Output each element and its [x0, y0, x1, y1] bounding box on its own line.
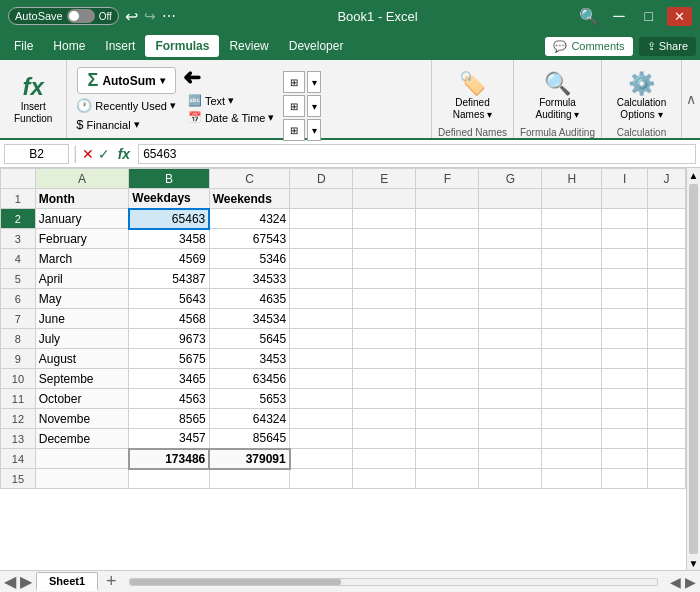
cell-4-5[interactable] — [416, 249, 479, 269]
scroll-thumb[interactable] — [689, 184, 698, 554]
recently-used-button[interactable]: 🕐 Recently Used ▾ — [73, 97, 179, 114]
cell-11-1[interactable]: 4563 — [129, 389, 209, 409]
cell-9-5[interactable] — [416, 349, 479, 369]
cell-14-9[interactable] — [647, 449, 685, 469]
cell-8-3[interactable] — [290, 329, 353, 349]
cell-3-9[interactable] — [647, 229, 685, 249]
autosum-dropdown[interactable]: ▾ — [160, 75, 165, 86]
datetime-function-button[interactable]: 📅 Date & Time ▾ — [185, 110, 278, 125]
cell-11-6[interactable] — [479, 389, 542, 409]
cell-7-8[interactable] — [602, 309, 648, 329]
add-sheet-button[interactable]: + — [106, 571, 117, 592]
cell-15-8[interactable] — [602, 469, 648, 489]
cell-11-9[interactable] — [647, 389, 685, 409]
cell-14-2[interactable]: 379091 — [209, 449, 289, 469]
col-header-d[interactable]: D — [290, 169, 353, 189]
recently-used-dropdown[interactable]: ▾ — [170, 99, 176, 112]
grid-icon-btn-1[interactable]: ⊞ — [283, 71, 305, 93]
cell-12-9[interactable] — [647, 409, 685, 429]
row-header-1[interactable]: 1 — [1, 189, 36, 209]
cell-4-0[interactable]: March — [35, 249, 129, 269]
col-header-a[interactable]: A — [35, 169, 129, 189]
cell-9-7[interactable] — [542, 349, 602, 369]
cell-5-3[interactable] — [290, 269, 353, 289]
row-header-12[interactable]: 12 — [1, 409, 36, 429]
cell-10-3[interactable] — [290, 369, 353, 389]
cell-8-2[interactable]: 5645 — [209, 329, 289, 349]
cell-7-2[interactable]: 34534 — [209, 309, 289, 329]
grid-scroll[interactable]: A B C D E F G H I J 1MonthWeekdaysWeeken… — [0, 168, 686, 570]
cell-5-1[interactable]: 54387 — [129, 269, 209, 289]
cell-5-6[interactable] — [479, 269, 542, 289]
col-header-f[interactable]: F — [416, 169, 479, 189]
formula-input[interactable] — [138, 144, 696, 164]
autosave-toggle[interactable] — [67, 9, 95, 23]
cell-5-9[interactable] — [647, 269, 685, 289]
cell-7-6[interactable] — [479, 309, 542, 329]
cell-6-8[interactable] — [602, 289, 648, 309]
row-header-2[interactable]: 2 — [1, 209, 36, 229]
cell-2-2[interactable]: 4324 — [209, 209, 289, 229]
cell-4-2[interactable]: 5346 — [209, 249, 289, 269]
cell-9-0[interactable]: August — [35, 349, 129, 369]
cell-10-2[interactable]: 63456 — [209, 369, 289, 389]
col-header-c[interactable]: C — [209, 169, 289, 189]
cell-12-1[interactable]: 8565 — [129, 409, 209, 429]
undo-button[interactable]: ↩ — [125, 7, 138, 26]
confirm-formula-button[interactable]: ✓ — [98, 146, 110, 162]
cell-12-8[interactable] — [602, 409, 648, 429]
cell-15-3[interactable] — [290, 469, 353, 489]
col-header-j[interactable]: J — [647, 169, 685, 189]
cell-5-7[interactable] — [542, 269, 602, 289]
scroll-sheets-left[interactable]: ◀ — [4, 572, 16, 591]
insert-function-button[interactable]: fx InsertFunction — [8, 69, 58, 129]
cell-5-0[interactable]: April — [35, 269, 129, 289]
cell-1-3[interactable] — [290, 189, 353, 209]
cell-1-2[interactable]: Weekends — [209, 189, 289, 209]
cell-5-5[interactable] — [416, 269, 479, 289]
cell-10-8[interactable] — [602, 369, 648, 389]
cell-13-7[interactable] — [542, 429, 602, 449]
search-icon[interactable]: 🔍 — [579, 7, 599, 26]
cell-1-8[interactable] — [602, 189, 648, 209]
cell-14-1[interactable]: 173486 — [129, 449, 209, 469]
cell-14-5[interactable] — [416, 449, 479, 469]
close-button[interactable]: ✕ — [667, 7, 692, 26]
cell-2-3[interactable] — [290, 209, 353, 229]
share-button[interactable]: ⇪ Share — [639, 37, 696, 56]
autosum-button[interactable]: Σ AutoSum ▾ — [77, 67, 176, 94]
cell-12-2[interactable]: 64324 — [209, 409, 289, 429]
cell-6-6[interactable] — [479, 289, 542, 309]
cell-2-7[interactable] — [542, 209, 602, 229]
cell-11-0[interactable]: October — [35, 389, 129, 409]
cell-11-8[interactable] — [602, 389, 648, 409]
cell-8-1[interactable]: 9673 — [129, 329, 209, 349]
maximize-button[interactable]: □ — [639, 6, 659, 26]
cell-13-0[interactable]: Decembe — [35, 429, 129, 449]
grid-icon-btn-3[interactable]: ⊞ — [283, 119, 305, 141]
cell-9-4[interactable] — [353, 349, 416, 369]
cell-2-0[interactable]: January — [35, 209, 129, 229]
minimize-button[interactable]: ─ — [607, 5, 630, 27]
cell-3-1[interactable]: 3458 — [129, 229, 209, 249]
cell-15-2[interactable] — [209, 469, 289, 489]
col-header-b[interactable]: B — [129, 169, 209, 189]
row-header-5[interactable]: 5 — [1, 269, 36, 289]
row-header-8[interactable]: 8 — [1, 329, 36, 349]
row-header-6[interactable]: 6 — [1, 289, 36, 309]
cell-4-4[interactable] — [353, 249, 416, 269]
cell-3-6[interactable] — [479, 229, 542, 249]
cell-12-3[interactable] — [290, 409, 353, 429]
row-header-10[interactable]: 10 — [1, 369, 36, 389]
cell-4-7[interactable] — [542, 249, 602, 269]
cell-7-1[interactable]: 4568 — [129, 309, 209, 329]
cell-6-3[interactable] — [290, 289, 353, 309]
menu-home[interactable]: Home — [43, 35, 95, 57]
vertical-scrollbar[interactable]: ▲ ▼ — [686, 168, 700, 570]
cell-13-8[interactable] — [602, 429, 648, 449]
cell-12-5[interactable] — [416, 409, 479, 429]
cell-4-6[interactable] — [479, 249, 542, 269]
cell-5-4[interactable] — [353, 269, 416, 289]
cell-3-5[interactable] — [416, 229, 479, 249]
cell-12-4[interactable] — [353, 409, 416, 429]
